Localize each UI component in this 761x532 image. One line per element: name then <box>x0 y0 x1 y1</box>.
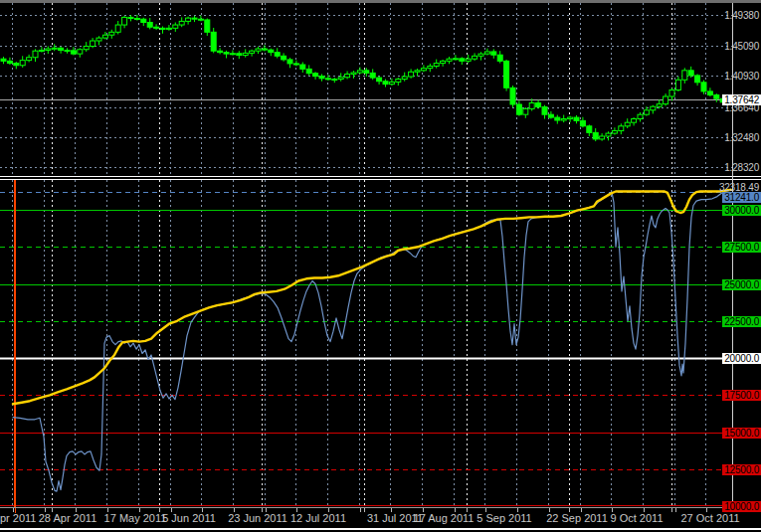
candle-body <box>434 64 439 67</box>
candle-body <box>269 50 274 53</box>
equity-line <box>13 190 731 491</box>
candle-body <box>409 72 414 77</box>
candle-body <box>325 79 330 80</box>
candle-body <box>593 132 598 139</box>
candle-body <box>606 133 611 136</box>
candle-body <box>192 18 197 19</box>
level-label: 25000.0 <box>722 279 761 290</box>
candle-body <box>651 106 656 110</box>
price-label: 1.45090 <box>722 41 761 52</box>
level-label: 15000.0 <box>722 428 761 439</box>
candle-body <box>33 51 38 58</box>
candle-body <box>707 91 712 95</box>
candle-body <box>587 126 592 133</box>
candle-body <box>7 61 12 63</box>
candle-body <box>332 80 337 81</box>
candle-body <box>313 74 318 77</box>
candle-body <box>275 53 280 57</box>
candle-body <box>536 103 541 107</box>
candle-body <box>612 131 617 134</box>
date-label: 17 Aug 2011 <box>414 512 475 524</box>
date-label: 5 Jun 2011 <box>162 512 216 524</box>
candle-body <box>568 117 573 118</box>
candle-body <box>357 71 362 73</box>
candle-body <box>52 48 57 49</box>
candle-body <box>256 49 261 51</box>
candle-body <box>421 69 426 71</box>
candle-body <box>71 51 76 54</box>
candle-body <box>497 55 502 61</box>
price-label: 1.49380 <box>722 10 761 21</box>
candle-body <box>211 32 216 51</box>
time-tick <box>671 508 672 512</box>
candle-body <box>198 19 203 20</box>
candle-body <box>580 120 585 125</box>
balance-line <box>13 190 731 404</box>
candle-body <box>657 104 662 107</box>
candle-body <box>96 38 101 41</box>
candle-body <box>102 35 107 38</box>
price-chart-panel[interactable] <box>0 3 733 176</box>
candle-body <box>160 28 165 29</box>
candle-body <box>542 107 547 115</box>
candle-body <box>638 114 643 118</box>
level-label: 30000.0 <box>722 205 761 216</box>
candle-body <box>91 41 95 46</box>
candle-body <box>441 61 446 63</box>
candle-body <box>128 17 133 18</box>
candle-body <box>27 58 32 61</box>
time-axis[interactable]: pr 201128 Apr 201117 May 20115 Jun 20112… <box>0 508 761 528</box>
candle-body <box>574 117 579 120</box>
current-price-label: 1.37642 <box>722 94 761 105</box>
candlesticks <box>1 15 732 141</box>
candle-body <box>293 64 298 65</box>
candle-body <box>364 71 369 74</box>
candle-body <box>179 21 184 25</box>
date-label: 23 Jun 2011 <box>228 512 287 524</box>
candle-body <box>147 22 152 27</box>
candle-body <box>46 49 51 50</box>
candle-body <box>644 110 649 114</box>
candle-body <box>20 61 25 66</box>
date-label: 27 Oct 2011 <box>680 512 739 524</box>
time-tick <box>360 508 361 512</box>
candle-body <box>529 103 534 109</box>
date-label: 17 May 2011 <box>104 512 167 524</box>
candle-body <box>714 95 719 99</box>
candle-body <box>428 66 433 68</box>
date-label: 12 Jul 2011 <box>290 512 346 524</box>
candle-body <box>109 32 114 35</box>
candle-body <box>460 59 465 62</box>
candle-body <box>84 46 89 49</box>
candle-body <box>218 51 223 52</box>
candle-body <box>306 69 311 73</box>
candle-body <box>141 19 146 22</box>
candle-body <box>186 18 191 21</box>
candle-body <box>166 28 171 29</box>
candle-body <box>287 60 292 64</box>
indicator-panel[interactable] <box>0 180 733 507</box>
candle-body <box>389 82 394 84</box>
candle-body <box>675 80 680 89</box>
candle-body <box>516 104 521 114</box>
date-label: 9 Oct 2011 <box>611 512 664 524</box>
candle-body <box>250 51 255 53</box>
level-label: 20000.0 <box>722 353 761 364</box>
candle-body <box>377 78 382 82</box>
candle-body <box>473 56 477 59</box>
candle-body <box>39 50 44 51</box>
candle-body <box>664 96 668 104</box>
candle-body <box>237 54 242 56</box>
candle-body <box>300 65 305 69</box>
candle-body <box>402 77 407 80</box>
time-tick <box>675 508 676 512</box>
candle-body <box>319 77 324 79</box>
candle-body <box>523 108 528 114</box>
candle-body <box>600 136 605 139</box>
candle-body <box>345 74 350 77</box>
level-label: 22500.0 <box>722 316 761 327</box>
candle-body <box>282 56 286 60</box>
candle-body <box>484 52 489 54</box>
price-label: 1.32480 <box>722 132 761 143</box>
candle-body <box>688 71 693 76</box>
